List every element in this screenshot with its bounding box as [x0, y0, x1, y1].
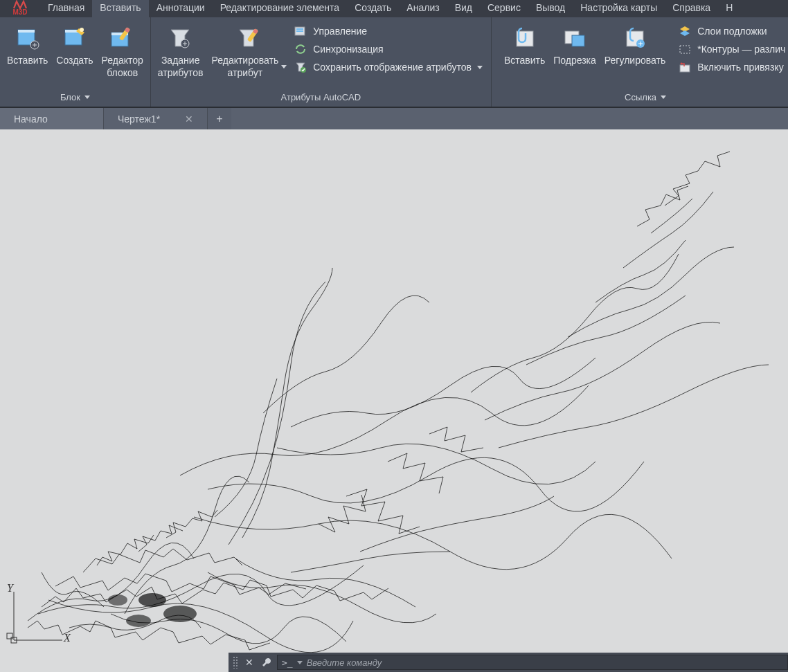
svg-rect-1 — [18, 30, 35, 33]
ribbon-panel-title-block[interactable]: Блок — [0, 89, 150, 107]
menu-annotations[interactable]: Аннотации — [149, 0, 213, 17]
ribbon: Вставить Создать Редактор блоков Блок — [0, 17, 788, 107]
manage-attr-button[interactable]: Управление — [292, 24, 487, 38]
save-attr-display-button[interactable]: Сохранить отображение атрибутов — [292, 60, 487, 74]
document-tabs: Начало Чертеж1* ✕ + — [0, 107, 788, 129]
ucs-x-label: X — [64, 632, 71, 644]
svg-point-25 — [681, 63, 683, 65]
command-placeholder: Введите команду — [307, 657, 382, 668]
chevron-down-icon — [84, 96, 90, 99]
big-btn-label: Задание атрибутов — [158, 55, 204, 79]
chevron-down-icon — [661, 96, 666, 99]
small-btn-label: Включить привязку — [697, 62, 783, 73]
ucs-y-label: Y — [7, 582, 13, 594]
small-btn-label: Слои подложки — [697, 26, 767, 37]
menu-truncated[interactable]: Н — [718, 0, 740, 17]
adjust-icon — [620, 24, 650, 52]
clip-ref-button[interactable]: Подрезка — [550, 23, 599, 69]
prompt-icon: >_ — [282, 657, 293, 668]
menu-service[interactable]: Сервис — [480, 0, 528, 17]
grip-icon[interactable] — [233, 656, 238, 669]
big-btn-label: Создать — [56, 55, 93, 67]
big-btn-label: Редактировать атрибут — [212, 55, 279, 79]
underlay-layers-button[interactable]: Слои подложки — [677, 24, 788, 38]
edit-attribute-button[interactable]: Редактировать атрибут — [209, 23, 290, 80]
sync-attr-button[interactable]: Синхронизация — [292, 42, 487, 56]
menu-analysis[interactable]: Анализ — [399, 0, 447, 17]
clip-icon — [559, 24, 590, 52]
menu-output[interactable]: Вывод — [528, 0, 573, 17]
command-bar: ✕ >_ Введите команду — [229, 653, 788, 672]
menu-help[interactable]: Справка — [665, 0, 718, 17]
small-btn-label: Синхронизация — [313, 44, 383, 55]
tab-label: Начало — [14, 113, 48, 125]
chevron-down-icon[interactable] — [297, 661, 303, 664]
app-logo-text: M3D — [12, 9, 27, 16]
create-block-button[interactable]: Создать — [53, 23, 96, 69]
create-block-icon — [60, 24, 90, 52]
ribbon-panel-title-attributes: Атрибуты AutoCAD — [151, 89, 491, 107]
new-tab-button[interactable]: + — [208, 108, 231, 129]
svg-point-29 — [108, 594, 127, 606]
command-input[interactable]: >_ Введите команду — [277, 655, 788, 670]
ribbon-panel-attributes: Задание атрибутов Редактировать атрибут … — [151, 17, 492, 107]
big-btn-label: Регулировать — [605, 55, 665, 67]
svg-rect-23 — [680, 46, 690, 53]
menu-insert[interactable]: Вставить — [92, 0, 148, 17]
chevron-down-icon — [477, 66, 483, 69]
underlay-layers-icon — [678, 24, 692, 38]
wrench-icon[interactable] — [260, 656, 273, 669]
svg-rect-15 — [296, 28, 303, 30]
snap-underlay-button[interactable]: Включить привязку — [677, 60, 788, 74]
block-editor-button[interactable]: Редактор блоков — [99, 23, 146, 80]
ucs-icon: Y X — [7, 586, 69, 651]
tab-drawing1[interactable]: Чертеж1* ✕ — [104, 108, 208, 129]
menu-edit-element[interactable]: Редактирование элемента — [213, 0, 348, 17]
insert-block-button[interactable]: Вставить — [4, 23, 51, 69]
drawing-canvas[interactable]: Y X ✕ >_ Введите команду — [0, 129, 788, 672]
save-attr-display-icon — [294, 60, 307, 74]
svg-point-27 — [163, 606, 197, 622]
svg-rect-20 — [572, 35, 584, 46]
menu-home[interactable]: Главная — [40, 0, 92, 17]
tab-start[interactable]: Начало — [0, 108, 104, 129]
svg-point-26 — [138, 593, 166, 607]
ribbon-panel-reference: Вставить Подрезка Регулировать — [497, 17, 788, 107]
menubar: M3D Главная Вставить Аннотации Редактиро… — [0, 0, 788, 17]
big-btn-label: Редактор блоков — [102, 55, 143, 79]
ribbon-panel-title-reference[interactable]: Ссылка — [497, 89, 788, 107]
define-attr-icon — [165, 24, 196, 52]
attach-icon — [510, 24, 540, 52]
svg-point-28 — [126, 615, 151, 627]
block-editor-icon — [107, 24, 138, 52]
small-btn-label: *Контуры — различ — [697, 44, 785, 55]
chevron-down-icon — [281, 65, 287, 69]
menu-map-setup[interactable]: Настройка карты — [573, 0, 665, 17]
svg-rect-24 — [680, 65, 690, 72]
drawing-content — [0, 129, 788, 669]
menu-create[interactable]: Создать — [347, 0, 399, 17]
svg-rect-33 — [7, 633, 12, 639]
define-attributes-button[interactable]: Задание атрибутов — [155, 23, 206, 80]
tab-label: Чертеж1* — [118, 113, 160, 125]
sync-icon — [294, 42, 307, 56]
close-icon[interactable]: ✕ — [242, 657, 256, 668]
frames-vary-icon — [678, 42, 692, 56]
insert-block-icon — [12, 24, 43, 52]
svg-point-6 — [80, 28, 84, 32]
app-logo: M3D — [0, 0, 40, 17]
plus-icon: + — [216, 113, 222, 125]
big-btn-label: Вставить — [7, 55, 48, 67]
attach-ref-button[interactable]: Вставить — [501, 23, 548, 69]
frames-vary-button[interactable]: *Контуры — различ — [677, 42, 788, 56]
snap-to-underlay-icon — [678, 60, 692, 74]
manage-icon — [294, 24, 307, 38]
svg-rect-16 — [296, 30, 303, 32]
big-btn-label: Вставить — [504, 55, 545, 67]
edit-attr-icon — [234, 24, 265, 52]
small-btn-label: Управление — [313, 26, 367, 37]
adjust-ref-button[interactable]: Регулировать — [602, 23, 668, 69]
ribbon-panel-block: Вставить Создать Редактор блоков Блок — [0, 17, 151, 107]
menu-view[interactable]: Вид — [447, 0, 480, 17]
close-icon[interactable]: ✕ — [185, 113, 193, 125]
